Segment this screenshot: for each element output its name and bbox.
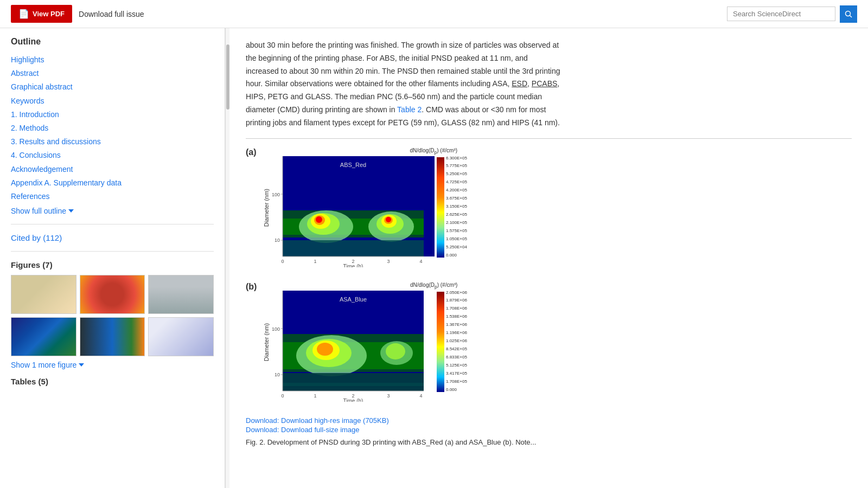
svg-text:1.879E+06: 1.879E+06 <box>446 298 467 303</box>
svg-text:0: 0 <box>281 259 284 264</box>
svg-text:3.417E+05: 3.417E+05 <box>446 371 467 376</box>
svg-text:4.725E+05: 4.725E+05 <box>446 179 467 184</box>
svg-text:6.300E+05: 6.300E+05 <box>446 156 467 160</box>
svg-text:4.200E+05: 4.200E+05 <box>446 188 467 192</box>
svg-text:3: 3 <box>387 259 390 264</box>
show-more-figure-label: Show 1 more figure <box>11 361 76 369</box>
tables-title: Tables (5) <box>11 377 214 386</box>
svg-text:8.542E+05: 8.542E+05 <box>446 346 467 351</box>
heatmap-svg-container-a: ABS_Red <box>272 156 435 269</box>
figure-thumb-4[interactable] <box>11 317 76 356</box>
svg-rect-67 <box>437 292 444 392</box>
heatmap-colorbar-row-b: ASA_Blue <box>272 291 469 403</box>
outline-item-abstract[interactable]: Abstract <box>11 67 214 80</box>
svg-text:1.050E+05: 1.050E+05 <box>446 236 467 241</box>
svg-rect-53 <box>283 373 424 391</box>
svg-text:100: 100 <box>272 192 280 197</box>
body-paragraph: about 30 min before the printing was fin… <box>246 39 560 130</box>
outline-item-keywords[interactable]: Keywords <box>11 94 214 108</box>
figure-thumb-5[interactable] <box>80 317 145 356</box>
svg-point-15 <box>386 217 391 222</box>
svg-text:5.250E+05: 5.250E+05 <box>446 171 467 176</box>
outline-item-highlights[interactable]: Highlights <box>11 53 214 67</box>
svg-text:0: 0 <box>282 393 284 399</box>
heatmap-svg-container-b: ASA_Blue <box>272 291 435 403</box>
search-input[interactable] <box>727 7 835 21</box>
svg-line-1 <box>850 15 852 17</box>
figure-thumb-1[interactable] <box>11 275 76 314</box>
topbar: 📄 View PDF Download full issue <box>0 0 868 28</box>
svg-text:1.708E+05: 1.708E+05 <box>446 379 467 384</box>
svg-rect-16 <box>283 240 424 256</box>
colorbar-header-b: dN/dlog(Dp) (#/cm³) <box>272 282 469 290</box>
chevron-down-icon-2 <box>79 363 84 367</box>
fig-caption: Fig. 2. Development of PNSD during 3D pr… <box>246 438 852 446</box>
colorbar-b: 2.050E+06 1.879E+06 1.708E+06 1.538E+06 … <box>437 291 469 399</box>
figure-thumb-2[interactable] <box>80 275 145 314</box>
svg-text:1.538E+06: 1.538E+06 <box>446 314 467 319</box>
colorbar-svg-a: 6.300E+05 5.775E+05 5.250E+05 4.725E+05 … <box>437 156 469 265</box>
figure-divider <box>246 138 852 139</box>
view-pdf-button[interactable]: 📄 View PDF <box>11 5 72 23</box>
svg-text:1.575E+05: 1.575E+05 <box>446 228 467 233</box>
search-button[interactable] <box>840 5 857 23</box>
article-text: about 30 min before the printing was fin… <box>246 39 560 130</box>
svg-text:2.050E+06: 2.050E+06 <box>446 291 467 295</box>
colorbar-a: 6.300E+05 5.775E+05 5.250E+05 4.725E+05 … <box>437 156 469 265</box>
scroll-thumb <box>226 44 229 110</box>
svg-point-10 <box>316 216 322 223</box>
y-axis-label-a: Diameter (nm) <box>263 189 270 227</box>
table2-link[interactable]: Table 2 <box>397 105 422 114</box>
cited-by-link[interactable]: Cited by (112) <box>11 233 62 242</box>
figures-grid <box>11 275 214 356</box>
svg-rect-54 <box>283 383 424 386</box>
svg-text:0.000: 0.000 <box>446 253 457 258</box>
fig-caption-text: Fig. 2. Development of PNSD during 3D pr… <box>246 438 536 446</box>
svg-point-50 <box>317 343 333 356</box>
heatmap-colorbar-row-a: ABS_Red <box>272 156 469 269</box>
heatmap-area-a: dN/dlog(Dp) (#/cm³) ABS_Red <box>272 147 469 269</box>
svg-text:ASA_Blue: ASA_Blue <box>340 296 367 303</box>
outline-item-methods[interactable]: 2. Methods <box>11 121 214 135</box>
main-layout: Outline Highlights Abstract Graphical ab… <box>0 28 868 488</box>
svg-text:Time (h): Time (h) <box>343 264 363 267</box>
download-issue-button[interactable]: Download full issue <box>79 7 144 22</box>
outline-item-introduction[interactable]: 1. Introduction <box>11 108 214 121</box>
heatmap-area-b: dN/dlog(Dp) (#/cm³) ASA_Blue <box>272 282 469 403</box>
figure-thumb-3[interactable] <box>148 275 214 314</box>
outline-item-acknowledgement[interactable]: Acknowledgement <box>11 163 214 176</box>
fig-letter-b: (b) <box>246 282 257 292</box>
colorbar-svg-b: 2.050E+06 1.879E+06 1.708E+06 1.538E+06 … <box>437 291 469 399</box>
show-more-figure-button[interactable]: Show 1 more figure <box>11 361 84 369</box>
svg-text:5.125E+05: 5.125E+05 <box>446 363 467 368</box>
chevron-down-icon <box>68 209 74 213</box>
heatmap-outer-a: Diameter (nm) dN/dlog(Dp) (#/cm³) ABS_Re… <box>263 147 469 269</box>
view-pdf-label: View PDF <box>33 10 65 18</box>
figure-thumb-6[interactable] <box>148 317 214 356</box>
svg-text:4: 4 <box>419 259 422 264</box>
svg-text:3.150E+05: 3.150E+05 <box>446 204 467 209</box>
download-fullsize-link[interactable]: Download: Download full-size image <box>246 426 852 434</box>
show-full-outline-button[interactable]: Show full outline <box>11 207 74 215</box>
svg-text:3.675E+05: 3.675E+05 <box>446 196 467 201</box>
svg-point-52 <box>386 343 405 359</box>
download-highres-link[interactable]: Download: Download high-res image (705KB… <box>246 416 852 425</box>
colorbar-header-a: dN/dlog(Dp) (#/cm³) <box>272 147 469 155</box>
svg-text:1.367E+06: 1.367E+06 <box>446 322 467 327</box>
heatmap-svg-b: ASA_Blue <box>272 291 435 402</box>
outline-item-conclusions[interactable]: 4. Conclusions <box>11 149 214 162</box>
figure-row-b: (b) Diameter (nm) dN/dlog(Dp) (#/cm³) AS… <box>246 282 852 403</box>
svg-rect-29 <box>437 157 444 258</box>
svg-text:2.100E+05: 2.100E+05 <box>446 220 467 225</box>
outline-item-graphical-abstract[interactable]: Graphical abstract <box>11 80 214 94</box>
pdf-icon: 📄 <box>18 9 29 19</box>
figure-row-a: (a) Diameter (nm) dN/dlog(Dp) (#/cm³) AB… <box>246 147 852 269</box>
outline-item-references[interactable]: References <box>11 190 214 203</box>
outline-item-results[interactable]: 3. Results and discussions <box>11 135 214 149</box>
divider-1 <box>11 224 214 224</box>
svg-text:5.775E+05: 5.775E+05 <box>446 163 467 168</box>
heatmap-outer-b: Diameter (nm) dN/dlog(Dp) (#/cm³) ASA_Bl… <box>263 282 469 403</box>
svg-text:5.250E+04: 5.250E+04 <box>446 245 467 249</box>
topbar-left: 📄 View PDF Download full issue <box>11 5 144 23</box>
outline-item-supplementary[interactable]: Appendix A. Supplementary data <box>11 176 214 190</box>
